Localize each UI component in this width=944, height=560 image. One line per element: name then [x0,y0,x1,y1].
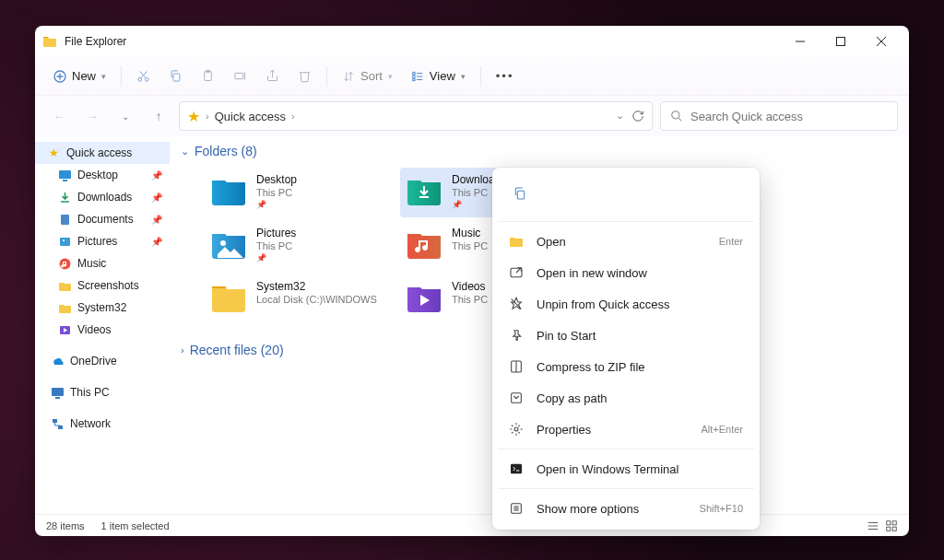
pin-icon [509,328,524,343]
forward-button[interactable]: → [79,103,105,129]
share-button[interactable] [258,62,287,91]
sidebar-item-desktop[interactable]: Desktop📌 [39,164,170,186]
sidebar-item-system32[interactable]: System32 [39,297,170,319]
sidebar-label: Desktop [77,169,118,181]
svg-point-7 [138,77,142,81]
sidebar-item-documents[interactable]: Documents📌 [39,208,170,230]
ctx-pin-start[interactable]: Pin to Start [498,320,754,351]
ctx-unpin[interactable]: Unpin from Quick access [498,288,754,320]
close-button[interactable] [861,28,902,55]
search-input[interactable] [690,110,888,123]
status-selected-count: 1 item selected [101,520,170,531]
ctx-copy-path[interactable]: Copy as path [498,382,754,414]
folder-pictures[interactable]: PicturesThis PC📌 [205,221,396,271]
ctx-shortcut: Shift+F10 [700,503,743,514]
svg-rect-56 [511,464,522,474]
ctx-label: Open in new window [537,266,647,280]
ctx-label: Pin to Start [537,329,596,343]
pin-icon: 📌 [151,237,162,247]
svg-rect-35 [52,388,64,396]
sidebar-label: Music [77,257,106,270]
videos-icon [57,322,72,337]
ctx-label: Copy as path [537,391,608,405]
refresh-button[interactable] [631,110,644,122]
cloud-icon [50,354,65,368]
ctx-properties[interactable]: PropertiesAlt+Enter [498,414,754,445]
folder-system32[interactable]: System32Local Disk (C:)\WINDOWS [205,274,396,324]
ctx-compress[interactable]: Compress to ZIP file [498,351,754,382]
sidebar-item-quick-access[interactable]: ★ Quick access [35,142,170,164]
svg-rect-37 [53,419,57,423]
cut-button[interactable] [129,62,158,91]
more-button[interactable]: ••• [489,62,522,91]
view-label: View [430,69,455,83]
svg-rect-27 [59,170,71,179]
svg-line-9 [141,72,147,78]
paste-button[interactable] [194,62,222,91]
folder-location: This PC [256,187,297,198]
copy-button[interactable] [161,62,190,91]
svg-rect-45 [892,520,896,524]
sidebar-label: System32 [77,301,126,314]
document-icon [57,212,72,227]
search-icon [670,110,683,122]
large-icons-view-button[interactable] [885,519,898,532]
ctx-terminal[interactable]: Open in Windows Terminal [498,453,754,484]
pin-icon: 📌 [256,200,297,209]
new-button[interactable]: New ▾ [46,62,113,91]
svg-rect-28 [63,180,67,181]
folder-name: Music [452,227,488,239]
pin-icon: 📌 [151,170,162,181]
chevron-down-icon: ▾ [461,72,466,81]
sidebar-item-music[interactable]: Music [39,252,170,274]
sort-button[interactable]: Sort ▾ [335,62,400,91]
svg-rect-38 [58,426,63,429]
network-icon [50,416,65,431]
sidebar-item-pictures[interactable]: Pictures📌 [39,230,170,252]
section-label: Folders (8) [195,144,257,158]
folders-section-header[interactable]: ⌄ Folders (8) [181,140,902,162]
sidebar-item-onedrive[interactable]: OneDrive [39,350,170,372]
recent-locations-button[interactable]: ⌄ [112,103,138,129]
breadcrumb-current[interactable]: Quick access [215,110,286,123]
app-icon [42,34,57,49]
rename-button[interactable] [226,62,254,91]
context-menu: OpenEnter Open in new window Unpin from … [492,168,760,530]
folder-name: Pictures [256,227,296,239]
sidebar-item-downloads[interactable]: Downloads📌 [39,186,170,208]
svg-point-25 [672,111,679,119]
ctx-label: Show more options [537,502,639,516]
back-button[interactable]: ← [46,103,72,129]
chevron-down-icon[interactable]: ⌄ [616,110,624,122]
address-bar[interactable]: ★ › Quick access › ⌄ [179,101,653,131]
search-bar[interactable] [660,101,898,131]
svg-rect-20 [413,75,415,76]
pictures-icon [57,234,72,249]
details-view-button[interactable] [867,519,879,532]
minimize-button[interactable] [780,28,820,55]
ctx-show-more[interactable]: Show more optionsShift+F10 [498,493,754,524]
sidebar-item-screenshots[interactable]: Screenshots [39,274,170,297]
ctx-shortcut: Alt+Enter [701,424,743,435]
sidebar-item-videos[interactable]: Videos [39,319,170,341]
sidebar-item-this-pc[interactable]: This PC [39,381,170,403]
ctx-label: Open [537,235,566,249]
file-explorer-window: File Explorer New ▾ Sort ▾ View ▾ [35,26,909,536]
pin-icon: 📌 [151,192,162,203]
maximize-button[interactable] [820,28,861,55]
sidebar-item-network[interactable]: Network [39,413,170,435]
toolbar: New ▾ Sort ▾ View ▾ ••• [35,57,909,96]
folder-desktop[interactable]: DesktopThis PC📌 [205,168,396,217]
ctx-copy-button[interactable] [505,179,535,208]
folder-location: Local Disk (C:)\WINDOWS [256,294,377,305]
ctx-open-new-window[interactable]: Open in new window [498,257,754,288]
up-button[interactable]: ↑ [146,103,171,129]
sidebar-label: This PC [70,386,110,399]
pin-icon: 📌 [151,215,162,225]
folder-location: This PC [452,294,488,305]
star-icon: ★ [46,146,61,160]
delete-button[interactable] [290,62,319,91]
view-button[interactable]: View ▾ [404,62,473,91]
ctx-open[interactable]: OpenEnter [498,226,754,257]
sidebar-label: Pictures [77,235,117,248]
